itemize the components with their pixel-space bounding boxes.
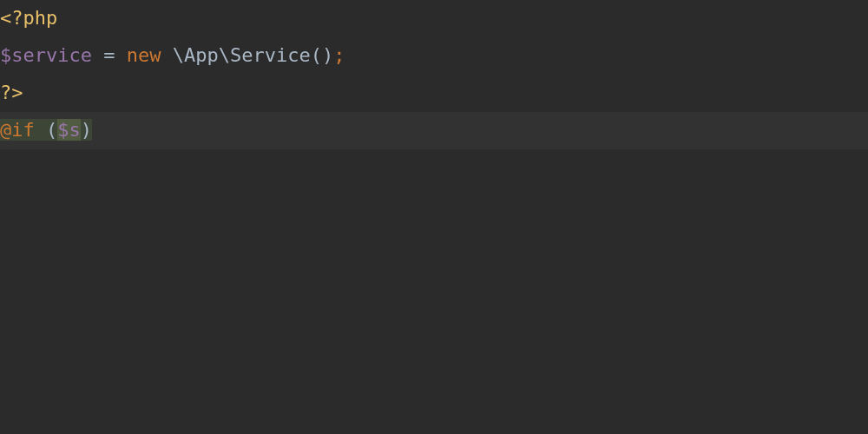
equals-token: =: [103, 44, 115, 66]
php-open-tag: <?php: [0, 7, 57, 29]
variable-token: $service: [0, 44, 92, 66]
space-token: [161, 44, 172, 66]
code-line-4-current: @if ($s): [0, 112, 868, 149]
namespace-token: App: [184, 44, 219, 66]
code-line-2: $service = new \App\Service();: [0, 37, 868, 75]
code-line-1: <?php: [0, 0, 868, 37]
new-keyword: new: [127, 44, 161, 66]
space-token: [35, 119, 46, 141]
code-line-3: ?>: [0, 75, 868, 112]
backslash-token: \: [173, 44, 184, 66]
space-token: [92, 44, 103, 66]
classname-token: Service: [230, 44, 311, 66]
php-close-tag: ?>: [0, 82, 23, 103]
code-editor[interactable]: <?php $service = new \App\Service(); ?> …: [0, 0, 868, 434]
parentheses-token: (): [311, 44, 334, 66]
open-paren-token: (: [46, 119, 57, 141]
semicolon-token: ;: [333, 44, 345, 66]
blade-directive: @if: [0, 119, 35, 141]
close-paren-token: ): [81, 119, 92, 141]
space-token: [115, 44, 126, 66]
backslash-token: \: [219, 44, 230, 66]
variable-typing: $s: [57, 119, 81, 141]
